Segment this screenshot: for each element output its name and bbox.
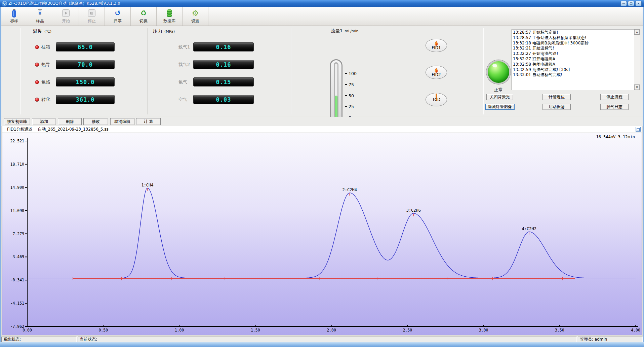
gauge-tick: 25 bbox=[345, 104, 357, 109]
toolbar-button-play: 开始 bbox=[53, 7, 79, 26]
log-line: 13:32:58 关闭电磁阀A bbox=[513, 62, 634, 67]
edit-button-5[interactable]: 计 算 bbox=[136, 118, 161, 125]
temperature-section-title: 温度(℃) bbox=[33, 28, 51, 34]
svg-text:11.090: 11.090 bbox=[10, 208, 24, 213]
system-button-4[interactable]: 启动振荡 bbox=[542, 104, 571, 110]
current-status-cell: 当前状态: bbox=[78, 337, 577, 342]
temperature-label: 柱箱 bbox=[41, 44, 52, 50]
svg-text:1.50: 1.50 bbox=[251, 328, 260, 333]
system-button-5[interactable]: 脱气日志 bbox=[600, 104, 629, 110]
close-button[interactable]: × bbox=[635, 1, 642, 6]
chromatogram-plot[interactable]: 22.52118.71014.90011.0907.2793.469-0.341… bbox=[2, 133, 642, 335]
temperature-row: 氢焰150.0 bbox=[35, 77, 115, 86]
detector-tcd-indicator[interactable]: TCD bbox=[426, 93, 447, 106]
toolbar-button-stop: 停止 bbox=[79, 7, 105, 26]
main-toolbar: 标样样品开始停止↺归零♻切换数据库⚙设置 bbox=[0, 7, 644, 26]
edit-button-3[interactable]: 修改 bbox=[83, 118, 108, 125]
toolbar-button-reset-arrow[interactable]: ↺归零 bbox=[105, 7, 131, 26]
event-log[interactable]: 13:28:57 开始标气定量!13:28:57 工作站进入标样预备采集状态!1… bbox=[512, 29, 640, 90]
maximize-icon: □ bbox=[630, 2, 633, 5]
system-button-2[interactable]: 停止流程 bbox=[600, 94, 629, 100]
edit-button-4[interactable]: 取消编辑 bbox=[110, 118, 134, 125]
system-status-cell: 系统状态: bbox=[1, 337, 77, 342]
gear-icon: ⚙ bbox=[192, 8, 199, 18]
system-button-0[interactable]: 关闭背景光 bbox=[486, 94, 513, 100]
toolbar-button-switch-recycle[interactable]: ♻切换 bbox=[131, 7, 157, 26]
tick-label: 25 bbox=[349, 104, 354, 109]
edit-button-1[interactable]: 添加 bbox=[32, 118, 56, 125]
stop-icon bbox=[88, 8, 96, 18]
detector-fid2-indicator[interactable]: FID2 bbox=[426, 66, 447, 79]
maximize-button[interactable]: □ bbox=[628, 1, 634, 6]
pressure-display: 0.03 bbox=[193, 95, 254, 104]
temperature-display: 150.0 bbox=[56, 77, 115, 86]
svg-text:3.00: 3.00 bbox=[479, 328, 488, 333]
temperature-label: 转化 bbox=[41, 97, 52, 103]
temperature-row: 热导70.0 bbox=[35, 60, 115, 69]
status-led-icon bbox=[35, 45, 39, 49]
app-window: ZF-301Q色谱工作站(301Q自动（绝缘油）K528.M)V3.1.3.0 … bbox=[0, 0, 644, 347]
toolbar-button-gas-cylinder[interactable]: 标样 bbox=[1, 7, 27, 26]
temperature-row: 转化361.0 bbox=[35, 95, 115, 104]
svg-text:1:CH4: 1:CH4 bbox=[141, 183, 153, 187]
play-icon bbox=[62, 8, 70, 18]
pressure-label: 氢气 bbox=[178, 79, 191, 85]
maximize-chart-button[interactable] bbox=[636, 127, 641, 132]
detector-label: FID1 bbox=[432, 46, 441, 50]
toolbar-button-label: 归零 bbox=[114, 18, 122, 24]
minimize-button[interactable]: — bbox=[620, 1, 627, 6]
peak-edit-toolbar: 恢复初始峰添加删除修改取消编辑计 算 bbox=[1, 117, 643, 126]
close-icon: × bbox=[637, 2, 640, 5]
log-line: 13:28:57 工作站进入标样预备采集状态! bbox=[513, 35, 634, 41]
svg-text:3.469: 3.469 bbox=[12, 254, 24, 259]
edit-button-2[interactable]: 删除 bbox=[58, 118, 82, 125]
system-buttons: 关闭背景光针管定位停止流程隐藏针管图像启动振荡脱气日志 bbox=[485, 94, 643, 111]
toolbar-button-syringe[interactable]: 样品 bbox=[27, 7, 53, 26]
svg-text:2.00: 2.00 bbox=[327, 328, 336, 333]
edit-button-0[interactable]: 恢复初始峰 bbox=[4, 118, 30, 125]
svg-text:22.521: 22.521 bbox=[10, 139, 24, 143]
log-line: 13:32:59 清洗气路完成! [30s] bbox=[513, 67, 634, 73]
system-button-3[interactable]: 隐藏针管图像 bbox=[485, 104, 515, 110]
titlebar: ZF-301Q色谱工作站(301Q自动（绝缘油）K528.M)V3.1.3.0 … bbox=[0, 0, 644, 7]
svg-text:-4.151: -4.151 bbox=[10, 301, 24, 306]
app-logo-icon bbox=[2, 1, 7, 6]
system-button-1[interactable]: 针管定位 bbox=[542, 94, 571, 100]
gas-cylinder-icon bbox=[10, 8, 18, 18]
pressure-row: 空气0.03 bbox=[178, 95, 254, 104]
flame-icon bbox=[435, 68, 438, 73]
svg-text:3:C2H6: 3:C2H6 bbox=[406, 208, 421, 213]
log-line: 13:28:57 开始标气定量! bbox=[513, 30, 634, 35]
toolbar-button-label: 开始 bbox=[62, 18, 70, 24]
flow-section-title: 流量1mL/min bbox=[331, 28, 359, 34]
tick-mark-icon bbox=[345, 84, 347, 85]
tick-mark-icon bbox=[345, 73, 347, 74]
svg-text:3.50: 3.50 bbox=[555, 328, 564, 333]
chart-file-name: 自动_265_2021-09-23_132856_5.ss bbox=[38, 127, 108, 132]
svg-text:18.710: 18.710 bbox=[10, 162, 24, 167]
divider bbox=[20, 28, 21, 114]
control-panel: 温度(℃) 柱箱65.0热导70.0氢焰150.0转化361.0 压力(MPa)… bbox=[1, 26, 643, 116]
tick-label: 100 bbox=[349, 71, 357, 76]
toolbar-button-gear[interactable]: ⚙设置 bbox=[183, 7, 208, 26]
log-lines: 13:28:57 开始标气定量!13:28:57 工作站进入标样预备采集状态!1… bbox=[513, 30, 634, 78]
gauge-tick: 100 bbox=[345, 71, 357, 76]
pressure-display: 0.15 bbox=[193, 77, 254, 86]
tick-label: 50 bbox=[349, 93, 354, 98]
log-scrollbar[interactable]: ▲ ▼ bbox=[634, 29, 640, 90]
pressure-row: 氢气0.15 bbox=[178, 77, 254, 86]
scroll-up-arrow[interactable]: ▲ bbox=[634, 29, 640, 35]
pressure-label: 载气1 bbox=[178, 44, 191, 50]
scroll-down-arrow[interactable]: ▼ bbox=[634, 84, 640, 90]
status-led-icon bbox=[35, 98, 39, 102]
chart-header: FID1分析通道自动_265_2021-09-23_132856_5.ss bbox=[2, 126, 642, 133]
status-led-icon bbox=[35, 63, 39, 67]
window-frame bbox=[643, 7, 644, 342]
detector-fid1-indicator[interactable]: FID1 bbox=[426, 39, 447, 52]
flame-icon bbox=[435, 41, 438, 46]
log-line: 13:33:01 自动进标气完成! bbox=[513, 72, 634, 78]
toolbar-button-database[interactable]: 数据库 bbox=[157, 7, 183, 26]
svg-text:4:C2H2: 4:C2H2 bbox=[522, 227, 536, 231]
status-led-icon bbox=[35, 80, 39, 84]
toolbar-button-label: 样品 bbox=[36, 18, 44, 24]
